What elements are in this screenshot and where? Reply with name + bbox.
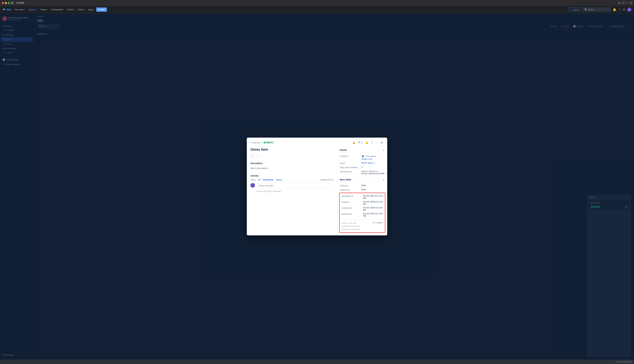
more-button[interactable]: ··· bbox=[374, 140, 378, 144]
settings-button[interactable]: ⚙ bbox=[622, 7, 626, 12]
minimize-button[interactable] bbox=[5, 2, 7, 4]
chevron-down-icon: ▾ bbox=[62, 9, 63, 10]
story-point-row: Story point estimate 5 bbox=[340, 166, 385, 168]
timestamps-text: Created 1 hour ago Updated 6 seconds ago… bbox=[342, 222, 360, 231]
traffic-lights bbox=[2, 2, 10, 4]
created-timestamp: Created 1 hour ago bbox=[342, 222, 360, 225]
nav-plans[interactable]: Plans ▾ bbox=[76, 8, 86, 12]
configure-button[interactable]: ⚙ Configure bbox=[372, 222, 383, 224]
chevron-down-icon: ▾ bbox=[47, 9, 48, 10]
filter-history-button[interactable]: History bbox=[275, 178, 283, 181]
activity-title: Activity bbox=[250, 174, 334, 177]
tested-at-label: tested at bbox=[342, 200, 362, 203]
filter-all-button[interactable]: All bbox=[258, 178, 261, 181]
nav-dashboards[interactable]: Dashboards ▾ bbox=[50, 8, 65, 12]
jira-logo[interactable]: Jira bbox=[2, 8, 11, 11]
modal-body: Demo Item + ··· Description Add a descri… bbox=[247, 145, 387, 235]
nav-filters[interactable]: Filters ▾ bbox=[39, 8, 49, 12]
watch-button[interactable]: 👁 1 bbox=[357, 140, 364, 144]
activity-sort-button[interactable]: Newest first ⇅ bbox=[320, 178, 334, 181]
nav-right: ✦ Upgrade 🔍 Search 🔔 ? ⚙ YL bbox=[568, 7, 632, 12]
like-button[interactable]: 👍 bbox=[364, 140, 369, 145]
nav-back-button[interactable]: ‹ bbox=[27, 1, 29, 5]
upgrade-icon: ✦ bbox=[570, 8, 572, 11]
filter-comments-button[interactable]: Comments bbox=[262, 178, 274, 181]
refined-at-value[interactable]: None bbox=[361, 184, 385, 186]
titlebar-action-icon2[interactable]: ⊡ bbox=[622, 1, 625, 5]
add-epic-button[interactable]: ✏ Add epic bbox=[250, 142, 260, 144]
development-row: Development began to develop at Oct 03, … bbox=[340, 170, 385, 175]
refined-at-row: refined at None bbox=[340, 184, 385, 187]
add-child-button[interactable]: + bbox=[250, 154, 254, 159]
deployed-at-row: deployed at Oct 03, 2024 at 11:29 PM bbox=[342, 212, 383, 217]
titlebar-action-icon4[interactable]: ⧉ bbox=[630, 2, 632, 5]
deployed-at-label: deployed at bbox=[342, 212, 362, 215]
topnav: Jira Your work ▾ Projects ▾ Filters ▾ Da… bbox=[0, 6, 634, 14]
nav-forward-button[interactable]: › bbox=[29, 1, 31, 5]
development-label: Development bbox=[340, 170, 360, 173]
more-fields-section: More fields ▲ refined at None selected a… bbox=[340, 177, 385, 233]
maximize-button[interactable] bbox=[8, 2, 10, 4]
nav-teams[interactable]: Teams ▾ bbox=[66, 8, 76, 12]
nav-apps[interactable]: Apps ▾ bbox=[86, 8, 96, 12]
story-point-value[interactable]: 5 bbox=[361, 166, 385, 168]
gear-icon: ⚙ bbox=[372, 222, 374, 224]
edit-icon: ✏ bbox=[250, 142, 252, 144]
nav-your-work[interactable]: Your work ▾ bbox=[13, 8, 26, 12]
unassigned-icon: 👤 bbox=[361, 154, 364, 158]
issue-id-tag[interactable]: IM24T-1 bbox=[262, 141, 274, 144]
keyboard-shortcut: M bbox=[268, 190, 271, 192]
tested-at-value[interactable]: Oct 03, 2024 at 11:29 PM bbox=[363, 200, 383, 205]
share-button[interactable]: ↗ bbox=[370, 140, 374, 145]
assignee-display: 👤 Unassigned bbox=[361, 154, 385, 158]
reviewed-at-label: reviewed at bbox=[342, 206, 362, 209]
selected-at-value[interactable]: None bbox=[361, 188, 385, 191]
titlebar-action-icon3[interactable]: + bbox=[626, 2, 628, 5]
upgrade-button[interactable]: ✦ Upgrade bbox=[568, 8, 582, 12]
create-button[interactable]: Create bbox=[96, 8, 107, 12]
details-header[interactable]: Details ▲ bbox=[340, 148, 385, 153]
close-button[interactable]: ✕ bbox=[380, 140, 384, 145]
deployed-at-value[interactable]: Oct 03, 2024 at 11:29 PM bbox=[363, 212, 383, 217]
titlebar-actions: ⊕ ⊡ + ⧉ bbox=[618, 1, 632, 5]
lock-button[interactable]: 🔒 bbox=[352, 140, 356, 145]
activity-show: Show: All Comments History Newest first … bbox=[250, 178, 334, 181]
sprint-value[interactable]: IM24T Sprint 1 bbox=[361, 162, 385, 164]
details-title: Details bbox=[340, 149, 347, 151]
story-icon bbox=[264, 142, 266, 144]
help-button[interactable]: ? bbox=[618, 7, 621, 12]
issue-title[interactable]: Demo Item bbox=[250, 148, 334, 152]
user-avatar: YL bbox=[250, 183, 255, 188]
modal-actions: 🔒 👁 1 👍 ↗ ··· ✕ bbox=[352, 140, 384, 145]
chevron-down-icon: ▾ bbox=[84, 9, 84, 10]
jira-logo-text: Jira bbox=[6, 8, 11, 11]
titlebar-nav: ‹ › bbox=[27, 1, 32, 5]
more-fields-header[interactable]: More fields ▲ bbox=[340, 177, 385, 182]
sprint-row: Sprint IM24T Sprint 1 bbox=[340, 162, 385, 164]
resolved-timestamp: Resolved 6 seconds ago bbox=[342, 228, 360, 231]
titlebar-action-icon[interactable]: ⊕ bbox=[618, 1, 620, 5]
description-input[interactable]: Add a description... bbox=[250, 166, 334, 171]
close-button[interactable] bbox=[2, 2, 4, 4]
nav-projects[interactable]: Projects ▾ bbox=[27, 8, 38, 12]
sprint-label: Sprint bbox=[340, 162, 360, 164]
refined-at-label: refined at bbox=[340, 184, 360, 187]
assign-to-me-link[interactable]: Assign to me bbox=[361, 158, 385, 160]
updated-timestamp: Updated 6 seconds ago bbox=[342, 225, 360, 228]
assignee-value: 👤 Unassigned Assign to me bbox=[361, 154, 385, 160]
modal-right-panel: Details ▲ Assignee 👤 Unassigned Assign t… bbox=[337, 145, 387, 235]
timestamps: Created 1 hour ago Updated 6 seconds ago… bbox=[342, 220, 383, 231]
reviewed-at-value[interactable]: Oct 03, 2024 at 11:29 PM bbox=[363, 206, 383, 211]
assignee-label: Assignee bbox=[340, 154, 360, 157]
developed-at-value[interactable]: Oct 03, 2024 at 11:29 PM bbox=[363, 195, 383, 199]
assignee-row: Assignee 👤 Unassigned Assign to me bbox=[340, 154, 385, 160]
search-box[interactable]: 🔍 Search bbox=[583, 8, 611, 12]
development-value: began to develop at Oct 03, 2024 at 11:2… bbox=[361, 170, 385, 175]
comment-input[interactable]: Add a comment... bbox=[256, 183, 334, 188]
selected-at-label: selected at bbox=[340, 188, 360, 191]
pro-tip: Pro tip: press M to comment bbox=[256, 190, 334, 192]
notifications-button[interactable]: 🔔 bbox=[612, 7, 617, 12]
activity-section: Activity Show: All Comments History Newe… bbox=[250, 174, 334, 192]
user-avatar[interactable]: YL bbox=[627, 8, 632, 12]
more-actions-button[interactable]: ··· bbox=[256, 154, 260, 159]
